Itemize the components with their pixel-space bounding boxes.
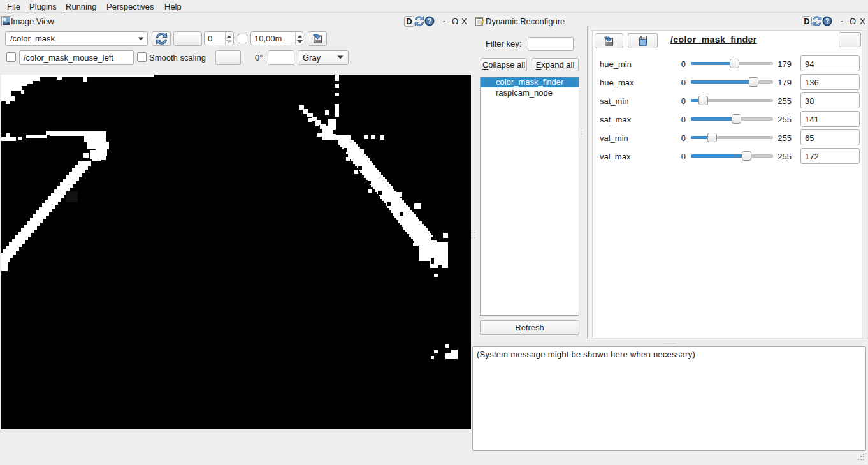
- svg-text:?: ?: [825, 17, 830, 25]
- svg-text:?: ?: [428, 17, 432, 25]
